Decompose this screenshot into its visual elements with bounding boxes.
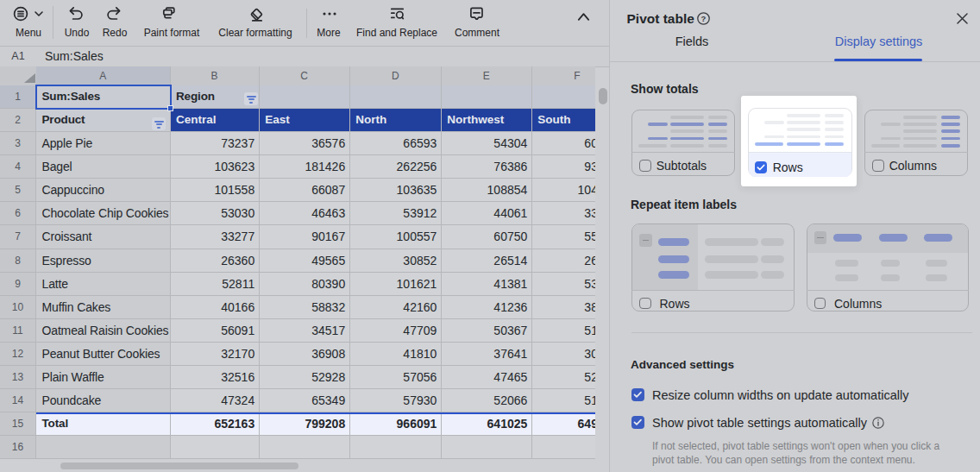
- svg-text:?: ?: [701, 14, 707, 23]
